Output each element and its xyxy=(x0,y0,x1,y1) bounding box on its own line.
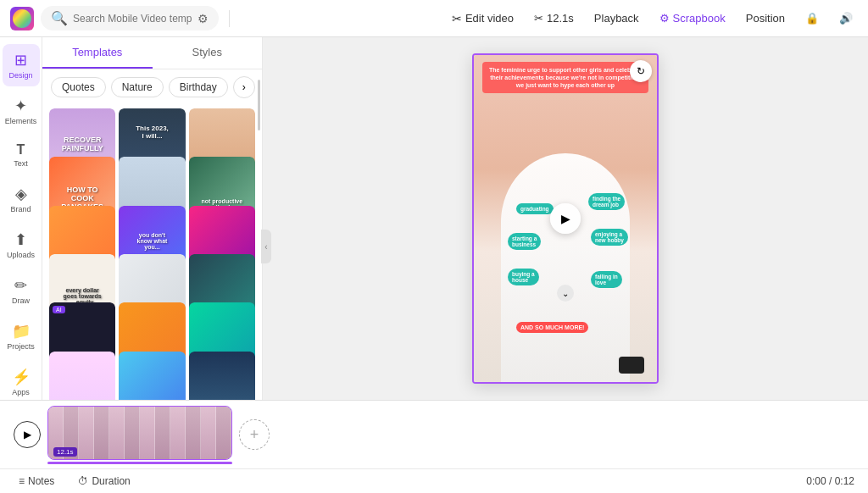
canvas-area: The feminine urge to support other girls… xyxy=(263,37,868,400)
timeline-track[interactable]: 12.1s xyxy=(47,406,232,460)
text-icon: T xyxy=(17,142,25,158)
app-logo xyxy=(10,7,34,30)
notes-icon: ≡ xyxy=(19,475,25,487)
sidebar-item-apps[interactable]: ⚡ Apps xyxy=(3,361,40,400)
timeline-play-button[interactable]: ▶ xyxy=(14,421,41,448)
search-icon: 🔍 xyxy=(51,10,68,26)
timeline-frame xyxy=(94,407,109,459)
search-input[interactable] xyxy=(73,13,192,25)
lock-icon: 🔒 xyxy=(805,12,819,25)
sidebar-item-brand[interactable]: ◈ Brand xyxy=(3,178,40,220)
timeline-frame xyxy=(170,407,186,459)
timeline-track-container: 12.1s xyxy=(47,406,232,464)
timeline-bottom-bar: ≡ Notes ⏱ Duration 0:00 / 0:12 xyxy=(0,468,868,493)
refresh-button[interactable]: ↻ xyxy=(630,60,652,82)
apps-icon: ⚡ xyxy=(12,368,31,386)
left-panel: Templates Styles Quotes Nature Birthday … xyxy=(42,37,263,400)
panel-scrollbar xyxy=(258,80,260,130)
sidebar-item-design[interactable]: ⊞ Design xyxy=(3,44,40,86)
timeline-frame xyxy=(125,407,140,459)
sidebar-item-elements[interactable]: ✦ Elements xyxy=(3,90,40,132)
brand-icon: ◈ xyxy=(15,185,27,203)
draw-icon: ✏ xyxy=(14,276,27,295)
chip-nature[interactable]: Nature xyxy=(111,77,164,97)
tab-templates[interactable]: Templates xyxy=(42,37,153,69)
time-display: 0:00 / 0:12 xyxy=(806,475,854,487)
scrapbook-button[interactable]: ⚙ Scrapbook xyxy=(654,8,731,28)
template-item[interactable] xyxy=(189,352,255,400)
tab-styles[interactable]: Styles xyxy=(153,37,263,69)
duration-icon: ⏱ xyxy=(78,475,88,487)
scrapbook-icon: ⚙ xyxy=(659,12,670,25)
notes-button[interactable]: ≡ Notes xyxy=(14,473,59,490)
timeline-frame xyxy=(216,407,231,459)
play-button[interactable]: ▶ xyxy=(550,203,581,234)
timeline-duration-badge: 12.1s xyxy=(53,447,77,457)
sidebar-item-uploads[interactable]: ⬆ Uploads xyxy=(3,224,40,266)
chip-quotes[interactable]: Quotes xyxy=(51,77,106,97)
timeline-frame xyxy=(186,407,201,459)
tag-and-more: AND SO MUCH MORE! xyxy=(516,322,588,333)
filter-chips: Quotes Nature Birthday › xyxy=(42,69,262,105)
tag-buying-house: buying ahouse xyxy=(508,269,539,285)
timeline-frame xyxy=(79,407,94,459)
divider xyxy=(229,10,230,27)
template-item[interactable] xyxy=(119,352,185,400)
sidebar-item-projects[interactable]: 📁 Projects xyxy=(3,315,40,357)
uploads-icon: ⬆ xyxy=(14,230,27,249)
canva-icon xyxy=(13,9,31,28)
timeline-frame xyxy=(140,407,155,459)
edit-video-button[interactable]: ✂ Edit video xyxy=(447,8,519,29)
playback-button[interactable]: Playback xyxy=(589,8,644,28)
tag-enjoying-hobby: enjoying anew hobby xyxy=(591,229,628,246)
timeline-scroll: ▶ 12.1s xyxy=(0,401,868,468)
volume-button[interactable]: 🔊 xyxy=(834,8,858,28)
tag-graduating: graduating xyxy=(516,203,554,214)
tag-falling-love: falling inlove xyxy=(591,271,622,288)
video-canvas[interactable]: The feminine urge to support other girls… xyxy=(472,53,659,384)
search-bar[interactable]: 🔍 ⚙ xyxy=(41,6,219,30)
timeline-add-button[interactable]: + xyxy=(239,419,270,450)
tag-starting-business: starting abusiness xyxy=(508,233,541,250)
scroll-down-arrow[interactable]: ⌄ xyxy=(557,285,574,302)
video-headline: The feminine urge to support other girls… xyxy=(482,62,648,93)
bottom-panel: ▶ 12.1s xyxy=(0,400,868,493)
topbar-actions: ✂ Edit video ✂ 12.1s Playback ⚙ Scrapboo… xyxy=(447,8,858,29)
duration-button[interactable]: ⏱ Duration xyxy=(73,473,135,490)
edit-video-icon: ✂ xyxy=(452,12,462,25)
chip-birthday[interactable]: Birthday xyxy=(169,77,228,97)
filter-arrow[interactable]: › xyxy=(233,76,255,98)
timeline-progress-bar xyxy=(47,462,232,464)
elements-icon: ✦ xyxy=(14,97,27,115)
sidebar: ⊞ Design ✦ Elements T Text ◈ Brand ⬆ Upl… xyxy=(0,37,42,400)
tag-finding-dream: finding thedream job xyxy=(588,193,625,210)
timeline-frame xyxy=(155,407,170,459)
collapse-handle[interactable]: ‹ xyxy=(261,230,271,263)
design-icon: ⊞ xyxy=(14,51,27,69)
timeline-frame xyxy=(201,407,216,459)
lock-button[interactable]: 🔒 xyxy=(800,8,824,28)
ai-badge: AI xyxy=(53,306,65,313)
filter-icon[interactable]: ⚙ xyxy=(198,12,209,25)
topbar: 🔍 ⚙ ✂ Edit video ✂ 12.1s Playback ⚙ Scra… xyxy=(0,0,868,37)
scissors-icon: ✂ xyxy=(534,12,543,25)
sidebar-item-text[interactable]: T Text xyxy=(3,136,40,174)
position-button[interactable]: Position xyxy=(741,8,790,28)
projects-icon: 📁 xyxy=(12,322,31,341)
camera-prop xyxy=(619,357,644,374)
time-display[interactable]: ✂ 12.1s xyxy=(529,8,579,28)
panel-tabs: Templates Styles xyxy=(42,37,262,69)
template-item[interactable] xyxy=(49,352,115,400)
volume-icon: 🔊 xyxy=(839,12,853,25)
timeline-frame xyxy=(109,407,125,459)
main-area: ⊞ Design ✦ Elements T Text ◈ Brand ⬆ Upl… xyxy=(0,37,868,400)
templates-grid: RECOVERPAINFULLY▶ This 2023,I will... ▶ … xyxy=(42,105,262,400)
person-figure xyxy=(501,153,629,382)
sidebar-item-draw[interactable]: ✏ Draw xyxy=(3,269,40,312)
